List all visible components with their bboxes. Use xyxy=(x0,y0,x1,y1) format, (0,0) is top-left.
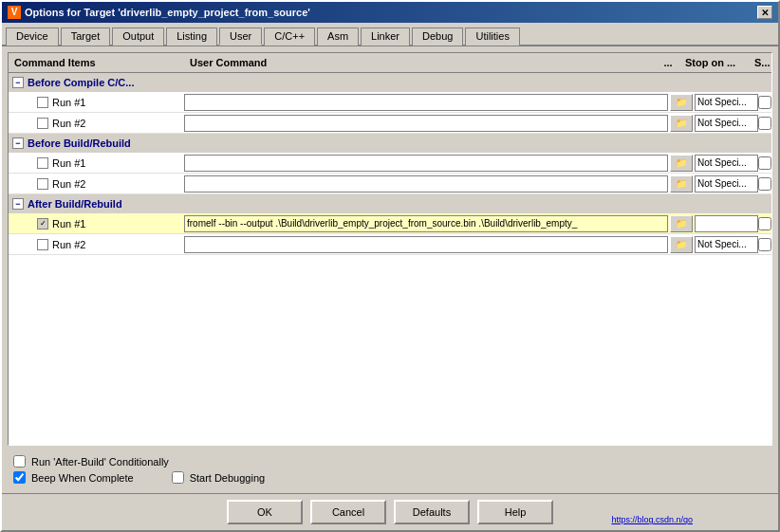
cancel-button[interactable]: Cancel xyxy=(310,500,386,524)
table-row: Run #1 📁 Not Speci... xyxy=(9,92,771,113)
tab-output[interactable]: Output xyxy=(112,28,164,46)
bottom-options: Run 'After-Build' Conditionally Beep Whe… xyxy=(8,451,772,487)
input-ab-run2[interactable] xyxy=(184,236,668,253)
checkbox-bb-run1[interactable] xyxy=(37,157,48,169)
toggle-before-build[interactable]: − xyxy=(12,138,24,149)
folder-icon: 📁 xyxy=(676,118,687,128)
row-bb-run1-label: Run #1 xyxy=(9,156,184,171)
toggle-before-compile[interactable]: − xyxy=(12,77,24,88)
input-bc-run2[interactable] xyxy=(184,115,668,132)
section-label-before-compile: Before Compile C/C... xyxy=(28,77,134,88)
ab-run1-text: Run #1 xyxy=(52,218,85,229)
browse-bb-run1[interactable]: 📁 xyxy=(670,155,693,172)
tab-listing[interactable]: Listing xyxy=(166,28,217,46)
table-row: Run #2 📁 Not Speci... xyxy=(9,234,771,255)
section-before-compile[interactable]: − Before Compile C/C... xyxy=(9,73,771,92)
s-checkbox-bc-run1[interactable] xyxy=(758,96,771,109)
browse-ab-run2[interactable]: 📁 xyxy=(670,236,693,253)
folder-icon: 📁 xyxy=(676,239,687,249)
browse-bc-run2[interactable]: 📁 xyxy=(670,115,693,132)
browse-ab-run1[interactable]: 📁 xyxy=(670,215,693,232)
s-checkbox-bb-run2[interactable] xyxy=(758,177,771,191)
tab-asm[interactable]: Asm xyxy=(317,28,359,46)
checkbox-ab-run2[interactable] xyxy=(37,239,48,250)
header-cmd-items: Command Items xyxy=(9,55,184,70)
tab-cpp[interactable]: C/C++ xyxy=(264,28,315,46)
row-ab-run1-label: ✓ Run #1 xyxy=(9,216,184,231)
section-after-build[interactable]: − After Build/Rebuild xyxy=(9,194,771,213)
input-bb-run2[interactable] xyxy=(184,175,668,193)
input-ab-run1[interactable] xyxy=(184,215,668,232)
checkbox-run-after-build[interactable] xyxy=(13,455,26,468)
bb-run1-text: Run #1 xyxy=(52,157,85,169)
input-bc-run1[interactable] xyxy=(184,94,668,111)
tab-utilities[interactable]: Utilities xyxy=(465,28,519,46)
stop-bb-run1: Not Speci... xyxy=(695,155,758,172)
folder-icon: 📁 xyxy=(676,97,687,107)
s-checkbox-bc-run2[interactable] xyxy=(758,117,771,130)
section-label-after-build: After Build/Rebuild xyxy=(28,198,122,210)
folder-icon: 📁 xyxy=(676,157,687,168)
content-area: Command Items User Command ... Stop on .… xyxy=(2,46,778,493)
ok-button[interactable]: OK xyxy=(227,500,303,524)
browse-bc-run1[interactable]: 📁 xyxy=(670,94,693,111)
s-checkbox-ab-run2[interactable] xyxy=(758,238,771,251)
row-ab-run2-label: Run #2 xyxy=(9,237,184,252)
tab-linker[interactable]: Linker xyxy=(361,28,410,46)
checkbox-ab-run1[interactable]: ✓ xyxy=(37,218,48,229)
tab-device[interactable]: Device xyxy=(6,28,59,46)
browse-bb-run2[interactable]: 📁 xyxy=(670,175,693,193)
toggle-after-build[interactable]: − xyxy=(12,198,24,210)
stop-bc-run1: Not Speci... xyxy=(695,94,758,111)
header-s: S... xyxy=(752,55,771,70)
checkbox-beep-when-complete[interactable] xyxy=(13,471,26,484)
folder-icon: 📁 xyxy=(676,218,687,229)
table-header: Command Items User Command ... Stop on .… xyxy=(9,53,771,73)
footer: OK Cancel Defaults https://blog.csdn.n/q… xyxy=(2,493,778,530)
checkbox-start-debugging[interactable] xyxy=(172,471,184,484)
s-checkbox-ab-run1[interactable] xyxy=(758,217,771,230)
bb-run2-text: Run #2 xyxy=(52,178,85,190)
window-title: Options for Target 'driverlib_empty_proj… xyxy=(25,7,310,18)
checkbox-bc-run1[interactable] xyxy=(37,97,48,108)
table-row: Run #1 📁 Not Speci... xyxy=(9,153,771,174)
label-beep-when-complete: Beep When Complete xyxy=(31,472,134,484)
stop-ab-run2: Not Speci... xyxy=(695,236,758,253)
header-stop-on: Stop on ... xyxy=(681,55,752,70)
option-start-debugging: Start Debugging xyxy=(172,471,266,484)
help-button[interactable]: Help xyxy=(477,500,553,524)
close-button[interactable]: ✕ xyxy=(757,6,772,19)
table-body: − Before Compile C/C... Run #1 📁 Not Spe… xyxy=(9,73,771,445)
checkbox-bc-run2[interactable] xyxy=(37,118,48,129)
tab-user[interactable]: User xyxy=(219,28,262,46)
label-run-after-build: Run 'After-Build' Conditionally xyxy=(31,456,169,468)
stop-bc-run2: Not Speci... xyxy=(695,115,758,132)
option-run-after-build: Run 'After-Build' Conditionally xyxy=(13,455,767,468)
header-user-cmd: User Command xyxy=(184,55,655,70)
table-row: Run #2 📁 Not Speci... xyxy=(9,174,771,194)
row-bb-run2-label: Run #2 xyxy=(9,176,184,192)
section-before-build[interactable]: − Before Build/Rebuild xyxy=(9,134,771,153)
header-dots: ... xyxy=(655,55,681,70)
table-row: ✓ Run #1 📁 xyxy=(9,213,771,234)
bc-run2-text: Run #2 xyxy=(52,118,85,129)
row-bc-run1-label: Run #1 xyxy=(9,95,184,110)
title-bar: V Options for Target 'driverlib_empty_pr… xyxy=(2,2,778,23)
option-beep-when-complete: Beep When Complete xyxy=(13,471,134,484)
section-label-before-build: Before Build/Rebuild xyxy=(28,138,131,149)
input-bb-run1[interactable] xyxy=(184,155,668,172)
folder-icon: 📁 xyxy=(676,178,687,189)
tab-target[interactable]: Target xyxy=(61,28,111,46)
s-checkbox-bb-run1[interactable] xyxy=(758,156,771,170)
url-overlay: https://blog.csdn.n/qo xyxy=(611,515,693,524)
main-window: V Options for Target 'driverlib_empty_pr… xyxy=(0,0,780,532)
stop-bb-run2: Not Speci... xyxy=(695,175,758,193)
bc-run1-text: Run #1 xyxy=(52,97,85,108)
defaults-button[interactable]: Defaults xyxy=(394,500,470,524)
title-bar-content: V Options for Target 'driverlib_empty_pr… xyxy=(8,6,310,19)
tab-debug[interactable]: Debug xyxy=(412,28,463,46)
row-bc-run2-label: Run #2 xyxy=(9,116,184,131)
label-start-debugging: Start Debugging xyxy=(190,472,266,484)
main-panel: Command Items User Command ... Stop on .… xyxy=(8,52,772,446)
checkbox-bb-run2[interactable] xyxy=(37,178,48,190)
